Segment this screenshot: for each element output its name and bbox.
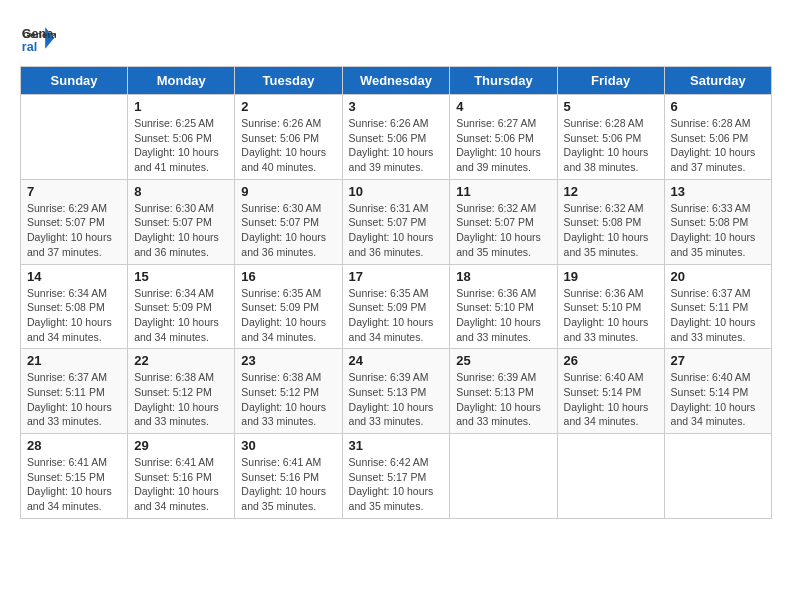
day-number: 29 [134, 438, 228, 453]
table-row: 16Sunrise: 6:35 AM Sunset: 5:09 PM Dayli… [235, 264, 342, 349]
calendar-table: SundayMondayTuesdayWednesdayThursdayFrid… [20, 66, 772, 519]
table-row: 11Sunrise: 6:32 AM Sunset: 5:07 PM Dayli… [450, 179, 557, 264]
table-row [21, 95, 128, 180]
day-number: 20 [671, 269, 765, 284]
day-number: 14 [27, 269, 121, 284]
day-info: Sunrise: 6:25 AM Sunset: 5:06 PM Dayligh… [134, 116, 228, 175]
day-number: 21 [27, 353, 121, 368]
day-info: Sunrise: 6:38 AM Sunset: 5:12 PM Dayligh… [241, 370, 335, 429]
day-info: Sunrise: 6:34 AM Sunset: 5:09 PM Dayligh… [134, 286, 228, 345]
table-row: 12Sunrise: 6:32 AM Sunset: 5:08 PM Dayli… [557, 179, 664, 264]
table-row [664, 434, 771, 519]
day-info: Sunrise: 6:35 AM Sunset: 5:09 PM Dayligh… [349, 286, 444, 345]
day-info: Sunrise: 6:32 AM Sunset: 5:08 PM Dayligh… [564, 201, 658, 260]
col-header-sunday: Sunday [21, 67, 128, 95]
col-header-saturday: Saturday [664, 67, 771, 95]
col-header-friday: Friday [557, 67, 664, 95]
col-header-monday: Monday [128, 67, 235, 95]
table-row: 31Sunrise: 6:42 AM Sunset: 5:17 PM Dayli… [342, 434, 450, 519]
day-info: Sunrise: 6:26 AM Sunset: 5:06 PM Dayligh… [241, 116, 335, 175]
table-row: 24Sunrise: 6:39 AM Sunset: 5:13 PM Dayli… [342, 349, 450, 434]
table-row: 2Sunrise: 6:26 AM Sunset: 5:06 PM Daylig… [235, 95, 342, 180]
calendar-row-4: 21Sunrise: 6:37 AM Sunset: 5:11 PM Dayli… [21, 349, 772, 434]
day-number: 10 [349, 184, 444, 199]
table-row: 28Sunrise: 6:41 AM Sunset: 5:15 PM Dayli… [21, 434, 128, 519]
table-row: 14Sunrise: 6:34 AM Sunset: 5:08 PM Dayli… [21, 264, 128, 349]
table-row: 1Sunrise: 6:25 AM Sunset: 5:06 PM Daylig… [128, 95, 235, 180]
day-info: Sunrise: 6:38 AM Sunset: 5:12 PM Dayligh… [134, 370, 228, 429]
logo-icon: Gene- ral General [20, 20, 56, 56]
day-number: 9 [241, 184, 335, 199]
table-row: 29Sunrise: 6:41 AM Sunset: 5:16 PM Dayli… [128, 434, 235, 519]
day-number: 27 [671, 353, 765, 368]
day-number: 6 [671, 99, 765, 114]
table-row: 20Sunrise: 6:37 AM Sunset: 5:11 PM Dayli… [664, 264, 771, 349]
table-row [450, 434, 557, 519]
day-number: 11 [456, 184, 550, 199]
day-number: 13 [671, 184, 765, 199]
col-header-thursday: Thursday [450, 67, 557, 95]
day-info: Sunrise: 6:29 AM Sunset: 5:07 PM Dayligh… [27, 201, 121, 260]
day-info: Sunrise: 6:30 AM Sunset: 5:07 PM Dayligh… [134, 201, 228, 260]
table-row: 26Sunrise: 6:40 AM Sunset: 5:14 PM Dayli… [557, 349, 664, 434]
table-row: 13Sunrise: 6:33 AM Sunset: 5:08 PM Dayli… [664, 179, 771, 264]
table-row: 30Sunrise: 6:41 AM Sunset: 5:16 PM Dayli… [235, 434, 342, 519]
table-row: 8Sunrise: 6:30 AM Sunset: 5:07 PM Daylig… [128, 179, 235, 264]
day-number: 25 [456, 353, 550, 368]
svg-text:ral: ral [22, 40, 37, 54]
day-number: 3 [349, 99, 444, 114]
day-number: 2 [241, 99, 335, 114]
table-row: 4Sunrise: 6:27 AM Sunset: 5:06 PM Daylig… [450, 95, 557, 180]
calendar-row-2: 7Sunrise: 6:29 AM Sunset: 5:07 PM Daylig… [21, 179, 772, 264]
page-header: Gene- ral General [20, 20, 772, 56]
table-row: 19Sunrise: 6:36 AM Sunset: 5:10 PM Dayli… [557, 264, 664, 349]
table-row: 6Sunrise: 6:28 AM Sunset: 5:06 PM Daylig… [664, 95, 771, 180]
calendar-row-5: 28Sunrise: 6:41 AM Sunset: 5:15 PM Dayli… [21, 434, 772, 519]
table-row: 5Sunrise: 6:28 AM Sunset: 5:06 PM Daylig… [557, 95, 664, 180]
table-row: 7Sunrise: 6:29 AM Sunset: 5:07 PM Daylig… [21, 179, 128, 264]
day-number: 4 [456, 99, 550, 114]
svg-text:General: General [23, 29, 56, 40]
col-header-wednesday: Wednesday [342, 67, 450, 95]
table-row: 25Sunrise: 6:39 AM Sunset: 5:13 PM Dayli… [450, 349, 557, 434]
table-row: 15Sunrise: 6:34 AM Sunset: 5:09 PM Dayli… [128, 264, 235, 349]
day-info: Sunrise: 6:39 AM Sunset: 5:13 PM Dayligh… [349, 370, 444, 429]
day-info: Sunrise: 6:31 AM Sunset: 5:07 PM Dayligh… [349, 201, 444, 260]
day-info: Sunrise: 6:37 AM Sunset: 5:11 PM Dayligh… [27, 370, 121, 429]
table-row: 9Sunrise: 6:30 AM Sunset: 5:07 PM Daylig… [235, 179, 342, 264]
day-info: Sunrise: 6:36 AM Sunset: 5:10 PM Dayligh… [456, 286, 550, 345]
day-info: Sunrise: 6:30 AM Sunset: 5:07 PM Dayligh… [241, 201, 335, 260]
logo: Gene- ral General [20, 20, 60, 56]
day-number: 16 [241, 269, 335, 284]
day-info: Sunrise: 6:28 AM Sunset: 5:06 PM Dayligh… [564, 116, 658, 175]
day-number: 17 [349, 269, 444, 284]
day-number: 18 [456, 269, 550, 284]
table-row: 10Sunrise: 6:31 AM Sunset: 5:07 PM Dayli… [342, 179, 450, 264]
day-info: Sunrise: 6:35 AM Sunset: 5:09 PM Dayligh… [241, 286, 335, 345]
day-number: 7 [27, 184, 121, 199]
header-row: SundayMondayTuesdayWednesdayThursdayFrid… [21, 67, 772, 95]
table-row: 22Sunrise: 6:38 AM Sunset: 5:12 PM Dayli… [128, 349, 235, 434]
day-info: Sunrise: 6:39 AM Sunset: 5:13 PM Dayligh… [456, 370, 550, 429]
day-number: 28 [27, 438, 121, 453]
day-info: Sunrise: 6:33 AM Sunset: 5:08 PM Dayligh… [671, 201, 765, 260]
day-info: Sunrise: 6:41 AM Sunset: 5:15 PM Dayligh… [27, 455, 121, 514]
day-number: 1 [134, 99, 228, 114]
day-number: 22 [134, 353, 228, 368]
day-info: Sunrise: 6:40 AM Sunset: 5:14 PM Dayligh… [671, 370, 765, 429]
day-info: Sunrise: 6:40 AM Sunset: 5:14 PM Dayligh… [564, 370, 658, 429]
day-number: 23 [241, 353, 335, 368]
calendar-row-1: 1Sunrise: 6:25 AM Sunset: 5:06 PM Daylig… [21, 95, 772, 180]
day-number: 24 [349, 353, 444, 368]
day-info: Sunrise: 6:42 AM Sunset: 5:17 PM Dayligh… [349, 455, 444, 514]
day-info: Sunrise: 6:36 AM Sunset: 5:10 PM Dayligh… [564, 286, 658, 345]
calendar-row-3: 14Sunrise: 6:34 AM Sunset: 5:08 PM Dayli… [21, 264, 772, 349]
day-info: Sunrise: 6:32 AM Sunset: 5:07 PM Dayligh… [456, 201, 550, 260]
day-number: 19 [564, 269, 658, 284]
day-number: 30 [241, 438, 335, 453]
day-info: Sunrise: 6:37 AM Sunset: 5:11 PM Dayligh… [671, 286, 765, 345]
day-info: Sunrise: 6:34 AM Sunset: 5:08 PM Dayligh… [27, 286, 121, 345]
day-info: Sunrise: 6:41 AM Sunset: 5:16 PM Dayligh… [134, 455, 228, 514]
day-number: 5 [564, 99, 658, 114]
day-info: Sunrise: 6:26 AM Sunset: 5:06 PM Dayligh… [349, 116, 444, 175]
